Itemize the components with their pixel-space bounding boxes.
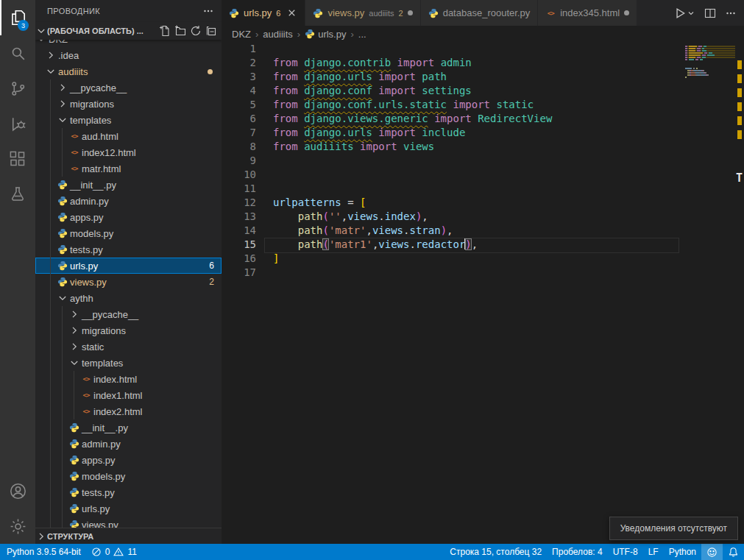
code-line-15[interactable]: 15 path('matr1',views.redactor),: [222, 238, 744, 252]
code-line-12[interactable]: 12urlpatterns = [: [222, 196, 744, 210]
code-editor[interactable]: 12from django.contrib import admin3from …: [222, 42, 744, 544]
tab-database_roouter.py[interactable]: database_roouter.py: [421, 0, 539, 26]
code-line-10[interactable]: 10: [222, 168, 744, 182]
status-problems[interactable]: 011: [86, 544, 142, 560]
tree-folder-migrations[interactable]: migrations: [35, 322, 222, 339]
outline-section-header[interactable]: СТРУКТУРА: [35, 528, 222, 544]
breadcrumb-item-DKZ[interactable]: DKZ: [232, 29, 251, 40]
sidebar-more-actions-icon[interactable]: [202, 5, 214, 17]
tree-file-aud.html[interactable]: <>aud.html: [35, 128, 222, 144]
activity-settings[interactable]: [0, 508, 35, 544]
tree-item-label: index2.html: [93, 406, 142, 417]
code-token: 'matr1': [329, 238, 372, 250]
tree-file-matr.html[interactable]: <>matr.html: [35, 160, 222, 177]
breadcrumb-separator: ›: [255, 29, 258, 40]
tree-folder-migrations[interactable]: migrations: [35, 96, 222, 112]
tree-file-__init__.py[interactable]: __init__.py: [35, 177, 222, 193]
tree-folder-.idea[interactable]: .idea: [35, 47, 222, 63]
tree-file-tests.py[interactable]: tests.py: [35, 241, 222, 258]
tree-file-admin.py[interactable]: admin.py: [35, 436, 222, 452]
tree-folder-templates[interactable]: templates: [35, 355, 222, 371]
activity-extensions[interactable]: [0, 141, 35, 177]
indent-guide: [62, 484, 63, 500]
tree-folder-audiiits[interactable]: audiiits: [35, 63, 222, 79]
tree-folder-__pycache__[interactable]: __pycache__: [35, 79, 222, 96]
activity-explorer[interactable]: 3: [0, 0, 35, 35]
workspace-section-header[interactable]: (РАБОЧАЯ ОБЛАСТЬ) ...: [35, 22, 222, 40]
tree-folder-static[interactable]: static: [35, 339, 222, 355]
code-line-9[interactable]: 9: [222, 154, 744, 168]
status-encoding[interactable]: UTF-8: [608, 544, 643, 560]
indent-guide: [50, 225, 51, 241]
activity-search[interactable]: [0, 35, 35, 71]
tree-folder-__pycache__[interactable]: __pycache__: [35, 306, 222, 322]
tree-file-views.py[interactable]: views.py: [35, 517, 222, 528]
activity-run-debug[interactable]: [0, 106, 35, 141]
collapse-all-button-icon[interactable]: [205, 25, 217, 37]
code-line-5[interactable]: 5from django.conf.urls.static import sta…: [222, 98, 744, 112]
status-cursor-position[interactable]: Строка 15, столбец 32: [444, 544, 547, 560]
tree-file-index1.html[interactable]: <>index1.html: [35, 387, 222, 403]
close-icon[interactable]: [286, 7, 297, 18]
tab-urls.py[interactable]: urls.py6: [222, 0, 305, 26]
tree-folder-DKZ[interactable]: DKZ: [35, 40, 222, 47]
tab-index345.html[interactable]: <>index345.html: [538, 0, 637, 26]
status-indentation[interactable]: Пробелов: 4: [547, 544, 608, 560]
status-eol[interactable]: LF: [643, 544, 664, 560]
breadcrumb-item-audiiits[interactable]: audiiits: [263, 29, 292, 40]
tree-file-apps.py[interactable]: apps.py: [35, 452, 222, 468]
activity-testing[interactable]: [0, 177, 35, 212]
tree-file-index2.html[interactable]: <>index2.html: [35, 403, 222, 419]
notification-toast[interactable]: Уведомления отсутствуют: [609, 517, 738, 540]
tree-file-admin.py[interactable]: admin.py: [35, 193, 222, 209]
tab-views.py[interactable]: views.pyaudiiits2: [305, 0, 420, 26]
indent-guide: [62, 128, 63, 144]
code-line-3[interactable]: 3from django.urls import path: [222, 70, 744, 84]
code-line-13[interactable]: 13 path('',views.index),: [222, 210, 744, 224]
status-feedback[interactable]: [701, 544, 723, 560]
code-line-17[interactable]: 17: [222, 266, 744, 280]
tree-file-urls.py[interactable]: urls.py6: [35, 258, 222, 274]
code-token: import: [397, 57, 435, 68]
tree-file-views.py[interactable]: views.py2: [35, 274, 222, 290]
status-python-version[interactable]: Python 3.9.5 64-bit: [1, 544, 86, 560]
code-line-16[interactable]: 16]: [222, 252, 744, 266]
code-line-2[interactable]: 2from django.contrib import admin: [222, 56, 744, 70]
code-line-6[interactable]: 6from django.views.generic import Redire…: [222, 112, 744, 126]
tree-file-urls.py[interactable]: urls.py: [35, 500, 222, 517]
code-line-7[interactable]: 7from django.urls import include: [222, 126, 744, 140]
tree-folder-aythh[interactable]: aythh: [35, 290, 222, 306]
activity-bar: 3: [0, 0, 35, 544]
run-python-file-button[interactable]: [673, 7, 695, 20]
python-icon: [68, 503, 80, 514]
code-line-8[interactable]: 8from audiiits import views: [222, 140, 744, 154]
split-editor-button[interactable]: [704, 7, 716, 19]
activity-account[interactable]: [0, 473, 35, 508]
breadcrumb-item-...[interactable]: ...: [358, 29, 366, 40]
minimap[interactable]: [685, 42, 735, 81]
status-notifications[interactable]: [723, 544, 744, 560]
tree-file-apps.py[interactable]: apps.py: [35, 209, 222, 225]
refresh-button-icon[interactable]: [190, 25, 202, 37]
new-file-button-icon[interactable]: [159, 25, 171, 37]
code-line-14[interactable]: 14 path('matr',views.stran),: [222, 224, 744, 238]
status-language[interactable]: Python: [664, 544, 701, 560]
code-line-4[interactable]: 4from django.conf import settings: [222, 84, 744, 98]
tree-file-index.html[interactable]: <>index.html: [35, 371, 222, 387]
code-line-1[interactable]: 1: [222, 42, 744, 56]
breadcrumb-item-urls.py[interactable]: urls.py: [305, 29, 346, 40]
tree-file-tests.py[interactable]: tests.py: [35, 484, 222, 500]
code-token: path: [298, 238, 323, 250]
tree-folder-templates[interactable]: templates: [35, 112, 222, 128]
tree-file-models.py[interactable]: models.py: [35, 468, 222, 484]
more-button[interactable]: [725, 7, 737, 19]
warning-mark: [737, 130, 742, 139]
code-line-11[interactable]: 11: [222, 182, 744, 196]
activity-source-control[interactable]: [0, 71, 35, 106]
tree-file-__init__.py[interactable]: __init__.py: [35, 419, 222, 436]
code-token: from: [273, 85, 298, 96]
new-folder-button-icon[interactable]: [174, 25, 186, 37]
tree-file-index12.html[interactable]: <>index12.html: [35, 144, 222, 160]
tree-file-models.py[interactable]: models.py: [35, 225, 222, 241]
indent-guide: [50, 258, 51, 274]
